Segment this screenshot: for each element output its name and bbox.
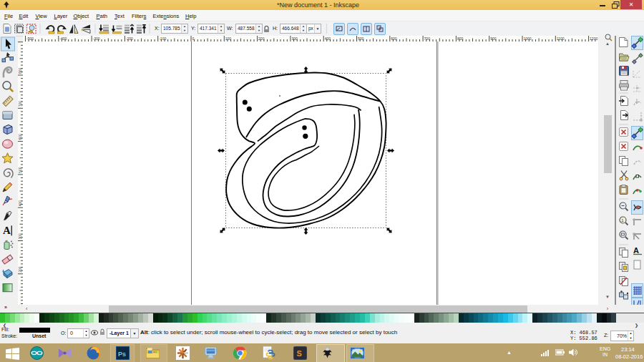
svg-text:700: 700 [424,36,431,41]
svg-text:0: 0 [192,36,195,41]
svg-text:600: 600 [18,134,22,140]
svg-text:-300: -300 [93,36,100,41]
svg-text:200: 200 [18,266,22,273]
svg-text:-100: -100 [159,36,166,41]
svg-text:200: 200 [258,36,265,41]
svg-text:1000: 1000 [524,36,532,41]
svg-text:-200: -200 [126,36,133,41]
svg-text:400: 400 [18,200,22,207]
svg-text:700: 700 [18,101,22,107]
svg-text:A: A [633,246,639,255]
svg-text:400: 400 [325,36,331,41]
svg-text:1100: 1100 [557,36,565,41]
svg-text:100: 100 [225,36,232,41]
svg-text:500: 500 [18,167,22,173]
svg-text:800: 800 [457,36,464,41]
svg-text:S: S [297,349,302,358]
svg-text:300: 300 [18,233,22,240]
svg-text:-500: -500 [26,36,34,41]
svg-text:»: » [4,305,7,310]
svg-text:1200: 1200 [590,36,597,41]
svg-text:800: 800 [18,67,22,74]
svg-text:600: 600 [391,36,397,41]
svg-text:300: 300 [291,36,298,41]
svg-text:Ps: Ps [118,351,126,358]
svg-text:500: 500 [358,36,364,41]
svg-text:A: A [3,225,11,236]
svg-text:900: 900 [490,36,497,41]
svg-text:-400: -400 [59,36,67,41]
